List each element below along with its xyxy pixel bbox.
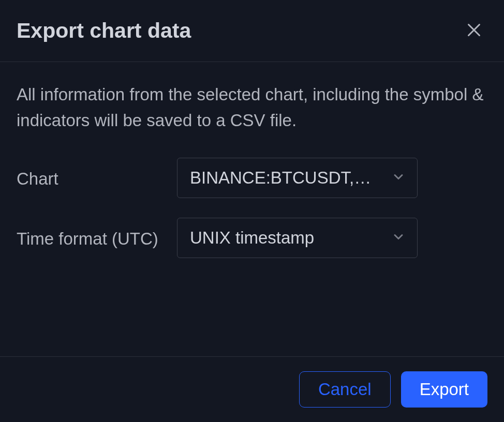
chart-select[interactable]: BINANCE:BTCUSDT,… (177, 158, 418, 198)
export-chart-data-dialog: Export chart data All information from t… (0, 0, 504, 422)
close-button[interactable] (461, 17, 487, 45)
dialog-body: All information from the selected chart,… (0, 62, 504, 356)
time-format-select-value: UNIX timestamp (190, 228, 314, 248)
chart-select-value: BINANCE:BTCUSDT,… (190, 168, 371, 188)
chart-field-label: Chart (17, 158, 177, 192)
chevron-down-icon (391, 170, 406, 186)
dialog-title: Export chart data (17, 19, 191, 43)
dialog-header: Export chart data (0, 0, 504, 62)
chart-field-row: Chart BINANCE:BTCUSDT,… (17, 158, 487, 198)
dialog-footer: Cancel Export (0, 356, 504, 422)
time-format-field-row: Time format (UTC) UNIX timestamp (17, 218, 487, 258)
chevron-down-icon (391, 230, 406, 246)
time-format-select[interactable]: UNIX timestamp (177, 218, 418, 258)
dialog-description: All information from the selected chart,… (17, 82, 487, 133)
cancel-button[interactable]: Cancel (299, 371, 391, 408)
time-format-field-label: Time format (UTC) (17, 218, 177, 252)
export-button[interactable]: Export (401, 371, 487, 408)
close-icon (465, 21, 483, 41)
